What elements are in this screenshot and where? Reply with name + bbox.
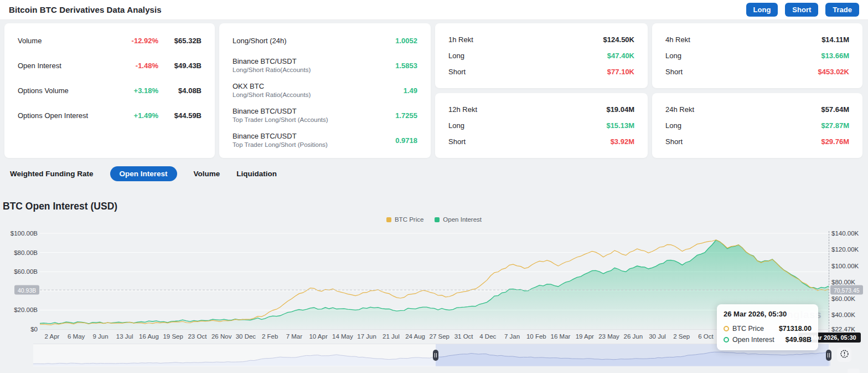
x-axis-tick: 21 Jul [383,333,400,340]
right-axis-tick: $140.00K [831,230,859,237]
left-axis-tick: $100.00B [0,230,38,237]
rekt-title: 1h Rekt [448,35,473,44]
left-axis-tick: $20.00B [0,306,38,313]
ratio-row: Binance BTC/USDTLong/Short Ratio(Account… [232,53,417,78]
ratio-value: 1.5853 [395,62,417,70]
rekt-short-row: Short$29.76M [665,137,849,146]
rekt-long-value: $13.66M [821,52,849,60]
chart-tooltip: 26 Mar 2026, 05:30 BTC Price$71318.00Ope… [717,304,818,350]
chart-settings-button[interactable] [837,348,851,362]
stat-row: Options Volume+3.18%$4.08B [18,78,202,103]
rekt-total-row: 1h Rekt$124.50K [448,35,634,44]
chart-tabs: Weighted Funding RateOpen InterestVolume… [10,166,277,181]
tooltip-series-label: BTC Price [732,325,764,333]
rekt-column-2: 4h Rekt$14.11MLong$13.66MShort$453.02K24… [652,23,862,158]
legend-label: BTC Price [395,216,423,223]
ratio-row: Binance BTC/USDTTop Trader Long/Short (A… [232,103,417,128]
rekt-total-row: 4h Rekt$14.11M [665,35,849,44]
x-axis-tick: 7 Jan [504,333,520,340]
x-axis-tick: 16 Mar [551,333,571,340]
rekt-long-row: Long$27.87M [665,121,849,130]
x-axis-tick: 4 Dec [479,333,496,340]
legend-label: Open Interest [443,216,482,223]
ratio-sublabel: Top Trader Long/Short (Positions) [232,141,328,149]
right-axis-tick: $120.00K [831,246,859,253]
ratio-label: Binance BTC/USDT [232,107,328,116]
navigator-unselected-region [33,344,436,366]
rekt-short-row: Short$453.02K [665,68,849,76]
tooltip-series-dot [724,326,729,331]
tab-weighted-funding-rate[interactable]: Weighted Funding Rate [10,166,94,181]
x-axis-tick: 17 Jun [357,333,376,340]
tab-volume[interactable]: Volume [194,166,220,181]
tooltip-series-label: Open Interest [732,336,774,344]
x-axis-tick: 6 May [68,333,85,340]
stat-value: $44.59B [169,111,202,120]
navigator-right-handle[interactable] [826,350,831,361]
tab-open-interest[interactable]: Open Interest [110,166,177,181]
right-axis-tick: $80.00K [831,279,855,285]
x-axis-tick: 10 Apr [309,333,327,340]
stat-row: Volume-12.92%$65.32B [18,28,202,53]
x-axis-tick: 7 Mar [286,333,302,340]
rekt-long-row: Long$15.13M [448,121,634,130]
stat-change: +3.18% [134,86,158,95]
x-axis-tick: 27 Sep [430,333,450,340]
x-axis-tick: 2 Sep [673,333,690,340]
right-axis-tick: $60.00K [831,295,855,302]
long-button[interactable]: Long [746,3,778,17]
ratio-value: 1.0052 [395,37,417,45]
stat-label: Options Volume [18,86,69,95]
rekt-card: 12h Rekt$19.04MLong$15.13MShort$3.92M [435,93,648,158]
left-axis-tick: $60.00B [0,268,38,275]
ratio-value: 1.7255 [395,111,417,120]
right-axis-current-badge: 70,573.45 [830,285,863,295]
rekt-long-value: $47.40K [607,52,634,60]
rekt-column-1: 1h Rekt$124.50KLong$47.40KShort$77.10K12… [435,23,648,158]
stat-value: $4.08B [169,86,202,95]
rekt-total-row: 12h Rekt$19.04M [448,105,634,114]
rekt-long-label: Long [665,121,681,130]
left-axis-tick: $80.00B [0,249,38,256]
short-button[interactable]: Short [785,3,818,17]
ratio-row: OKX BTCLong/Short Ratio(Accounts)1.49 [232,78,417,103]
stat-label: Volume [18,37,42,45]
ratio-value: 0.9718 [395,136,417,145]
x-axis-tick: 24 Aug [405,333,425,340]
x-axis-tick: 23 Oct [188,333,206,340]
trade-button[interactable]: Trade [825,3,859,17]
chart-legend: BTC PriceOpen Interest [0,216,868,223]
x-axis-tick: 26 Jun [624,333,643,340]
x-axis-tick: 19 Sep [163,333,183,340]
rekt-short-value: $453.02K [818,68,849,76]
rekt-total-value: $57.64M [821,105,849,114]
ratio-sublabel: Long/Short Ratio(Accounts) [232,91,311,99]
ratio-label: Binance BTC/USDT [232,132,328,141]
x-axis-tick: 30 Dec [236,333,256,340]
legend-item-btc-price[interactable]: BTC Price [386,216,423,223]
tooltip-series-dot [724,337,729,343]
crosshair-line [829,231,829,338]
left-axis-tick: $0 [0,326,38,333]
x-axis-tick: 6 Oct [698,333,713,340]
navigator-left-handle[interactable] [433,350,438,361]
ratio-label: OKX BTC [232,82,311,91]
rekt-total-value: $14.11M [822,35,849,44]
tooltip-row: BTC Price$71318.00 [724,323,812,334]
scroll-top-button[interactable]: ▲ [848,369,860,373]
market-stats-card: Volume-12.92%$65.32BOpen Interest-1.48%$… [4,23,215,158]
legend-swatch [386,217,391,222]
x-axis-tick: 23 May [598,333,619,340]
rekt-short-label: Short [665,68,683,76]
x-axis-tick: 31 Oct [454,333,473,340]
ratio-labels: Binance BTC/USDTTop Trader Long/Short (P… [232,132,328,149]
rekt-title: 12h Rekt [448,105,477,114]
rekt-short-label: Short [448,137,466,146]
page-title: Bitcoin BTC Derivatives Data Analysis [9,5,162,14]
tab-liquidation[interactable]: Liquidation [236,166,277,181]
tooltip-series-value: $71318.00 [779,325,812,333]
ratio-row: Long/Short (24h)1.0052 [232,28,417,53]
rekt-short-label: Short [665,137,683,146]
legend-item-open-interest[interactable]: Open Interest [435,216,482,223]
x-axis-tick: 2 Apr [45,333,60,340]
